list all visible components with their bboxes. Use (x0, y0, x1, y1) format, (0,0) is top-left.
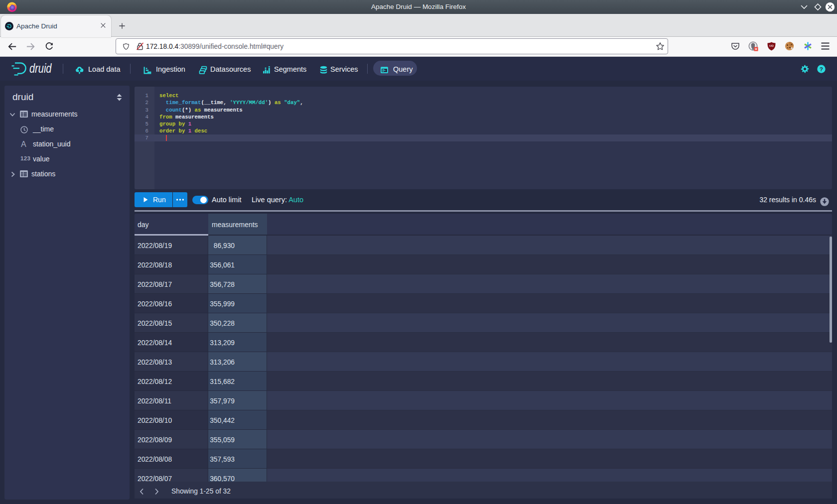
svg-text:UO: UO (769, 44, 774, 47)
svg-text:?: ? (820, 66, 823, 72)
